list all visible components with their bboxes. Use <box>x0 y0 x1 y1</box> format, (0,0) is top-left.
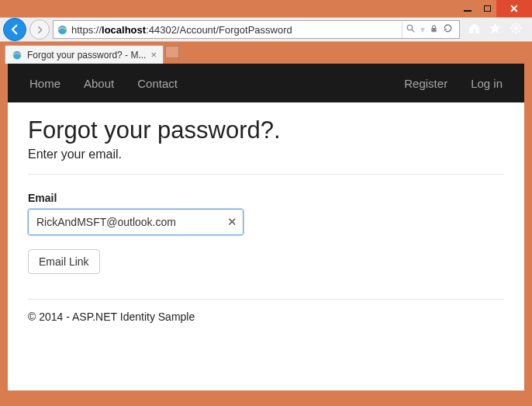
arrow-right-icon <box>35 25 45 35</box>
page-title: Forgot your password?. <box>28 116 504 144</box>
nav-back-button[interactable] <box>3 18 26 41</box>
svg-point-4 <box>514 26 518 30</box>
minimize-icon <box>464 10 472 12</box>
footer-text: © 2014 - ASP.NET Identity Sample <box>28 311 504 323</box>
svg-point-0 <box>58 25 67 33</box>
nav-contact[interactable]: Contact <box>137 77 178 90</box>
ie-logo-icon <box>12 50 22 61</box>
favorites-icon[interactable] <box>489 22 502 37</box>
nav-about[interactable]: About <box>84 77 114 90</box>
site-navbar: Home About Contact Register Log in <box>8 64 524 102</box>
svg-point-13 <box>13 50 22 59</box>
home-icon[interactable] <box>468 22 481 37</box>
browser-tab[interactable]: Forgot your password? - M... × <box>5 45 164 64</box>
window-maximize-button[interactable] <box>478 0 496 17</box>
footer-divider <box>28 299 504 300</box>
tab-close-button[interactable]: × <box>150 49 157 61</box>
separator: ▾ <box>420 24 425 35</box>
lock-icon[interactable] <box>430 24 438 36</box>
input-clear-button[interactable]: ✕ <box>227 215 237 229</box>
tab-title: Forgot your password? - M... <box>27 50 146 61</box>
svg-point-1 <box>407 25 413 30</box>
divider <box>28 174 504 175</box>
svg-line-10 <box>518 30 520 32</box>
close-icon: ✕ <box>510 2 519 15</box>
svg-line-11 <box>513 30 514 32</box>
refresh-icon[interactable] <box>443 23 453 36</box>
svg-line-9 <box>513 25 514 26</box>
nav-login[interactable]: Log in <box>471 77 503 90</box>
svg-line-2 <box>412 29 414 32</box>
window-minimize-button[interactable] <box>457 0 478 17</box>
search-icon[interactable] <box>406 23 416 36</box>
arrow-left-icon <box>8 23 22 36</box>
nav-forward-button[interactable] <box>29 19 50 40</box>
page-viewport: Home About Contact Register Log in Forgo… <box>8 64 524 390</box>
svg-line-12 <box>518 25 520 26</box>
settings-icon[interactable] <box>510 22 523 37</box>
email-label: Email <box>28 192 504 204</box>
nav-register[interactable]: Register <box>404 77 447 90</box>
new-tab-button[interactable] <box>165 46 179 58</box>
maximize-icon <box>484 5 491 12</box>
svg-rect-3 <box>431 28 436 32</box>
nav-home[interactable]: Home <box>29 77 60 90</box>
email-input[interactable] <box>28 209 244 235</box>
ie-logo-icon <box>57 24 68 36</box>
window-close-button[interactable]: ✕ <box>496 0 532 17</box>
email-link-button[interactable]: Email Link <box>28 249 100 274</box>
page-subtitle: Enter your email. <box>28 147 504 161</box>
url-text: https://localhost:44302/Account/ForgotPa… <box>71 24 399 36</box>
address-bar[interactable]: https://localhost:44302/Account/ForgotPa… <box>53 20 460 39</box>
